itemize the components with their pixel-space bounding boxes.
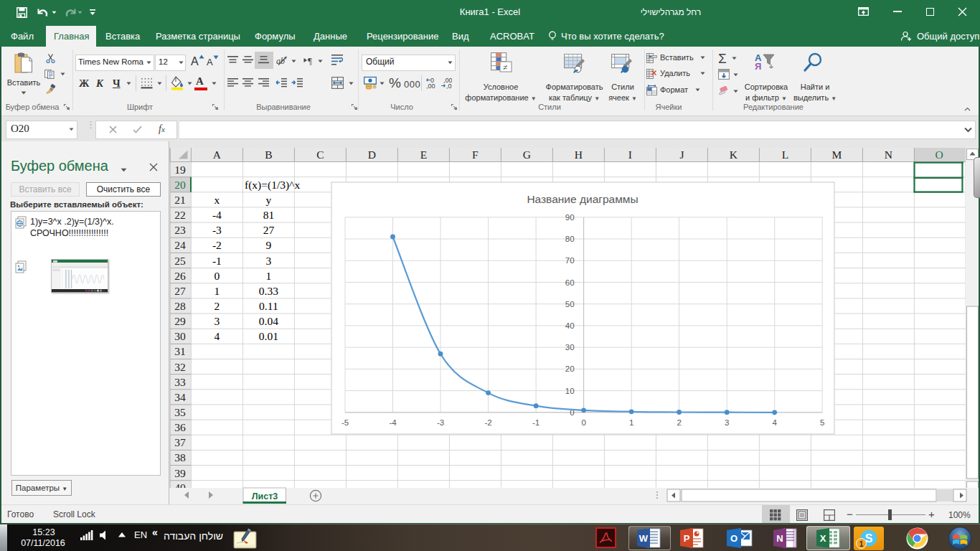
svg-text:19: 19 [174, 164, 186, 176]
svg-text:10: 10 [565, 387, 575, 395]
svg-text:37: 37 [174, 436, 186, 448]
svg-text:y: y [266, 194, 272, 206]
svg-text:40: 40 [565, 321, 575, 330]
svg-text:21: 21 [174, 194, 186, 206]
svg-text:35: 35 [174, 406, 186, 418]
svg-text:0.04: 0.04 [259, 315, 278, 327]
svg-text:4: 4 [215, 330, 220, 342]
svg-text:¶: ¶ [308, 56, 312, 65]
svg-text:20: 20 [565, 364, 575, 373]
svg-text:P: P [684, 533, 690, 544]
svg-text:O: O [936, 149, 943, 161]
svg-text:-4: -4 [212, 209, 222, 221]
svg-text:1: 1 [629, 418, 633, 427]
svg-text:,0: ,0 [446, 83, 452, 89]
svg-text:32: 32 [174, 361, 186, 373]
svg-text:-3: -3 [212, 224, 222, 236]
svg-text:x: x [215, 194, 220, 206]
svg-text:31: 31 [174, 345, 186, 357]
svg-text:36: 36 [174, 421, 186, 433]
svg-text:Название диаграммы: Название диаграммы [527, 193, 638, 205]
svg-text:9: 9 [266, 239, 272, 251]
svg-text:F: F [472, 149, 479, 161]
svg-text:90: 90 [565, 213, 575, 222]
svg-text:N: N [776, 533, 783, 544]
svg-text:33: 33 [174, 376, 186, 388]
svg-text:70: 70 [565, 256, 575, 265]
svg-text:L: L [782, 149, 788, 161]
svg-text:3: 3 [725, 418, 729, 427]
svg-text:O: O [730, 533, 738, 544]
svg-text:ab: ab [276, 56, 285, 66]
svg-text:0.11: 0.11 [259, 300, 278, 312]
svg-text:K: K [730, 149, 738, 161]
svg-text:Лист3: Лист3 [252, 491, 278, 501]
svg-text:3: 3 [215, 315, 220, 327]
svg-text:27: 27 [174, 285, 186, 297]
svg-text:X: X [820, 533, 826, 544]
svg-text:24: 24 [174, 239, 186, 251]
svg-text:D: D [368, 149, 376, 161]
svg-text:5: 5 [820, 418, 824, 427]
svg-text:0.33: 0.33 [259, 285, 278, 297]
svg-text:N: N [885, 149, 892, 161]
svg-text:0: 0 [215, 270, 220, 282]
svg-text:2: 2 [215, 300, 220, 312]
svg-text:30: 30 [174, 330, 186, 342]
svg-text:28: 28 [174, 300, 186, 312]
svg-text:-5: -5 [341, 418, 349, 427]
svg-text:-4: -4 [389, 418, 397, 427]
svg-text:-3: -3 [437, 418, 444, 427]
svg-text:81: 81 [263, 209, 275, 221]
svg-text:G: G [523, 149, 531, 161]
svg-text:1: 1 [859, 540, 864, 548]
svg-text:20: 20 [174, 179, 186, 191]
svg-text:M: M [832, 149, 842, 161]
svg-text:26: 26 [174, 270, 186, 282]
svg-text:50: 50 [565, 300, 575, 309]
svg-text:0.01: 0.01 [259, 330, 278, 342]
svg-text:23: 23 [174, 224, 186, 236]
svg-text:3: 3 [266, 255, 272, 267]
svg-text:2: 2 [677, 418, 681, 427]
svg-text:W: W [639, 533, 649, 544]
svg-text:I: I [628, 149, 632, 161]
svg-text:38: 38 [174, 451, 186, 463]
svg-text:J: J [679, 149, 684, 161]
svg-text:f(x)=(1/3)^x: f(x)=(1/3)^x [245, 179, 300, 192]
svg-text:25: 25 [174, 255, 186, 267]
svg-text:-2: -2 [212, 239, 222, 251]
svg-text:1: 1 [215, 285, 220, 297]
svg-text:29: 29 [174, 315, 186, 327]
svg-text:B: B [265, 149, 272, 161]
svg-text:Я: Я [755, 61, 761, 70]
svg-text:22: 22 [174, 209, 186, 221]
svg-text:A: A [213, 149, 222, 161]
svg-text:34: 34 [174, 391, 186, 403]
svg-text:30: 30 [565, 343, 575, 352]
svg-text:39: 39 [174, 467, 186, 479]
svg-text:0: 0 [581, 418, 585, 427]
svg-text:80: 80 [565, 235, 575, 243]
svg-text:27: 27 [263, 224, 275, 236]
svg-text:-1: -1 [212, 255, 222, 267]
svg-text:1: 1 [266, 270, 272, 282]
svg-text:-1: -1 [532, 418, 540, 427]
svg-text:E: E [420, 149, 427, 161]
svg-text:60: 60 [565, 278, 575, 287]
svg-text:4: 4 [772, 418, 777, 427]
svg-text:C: C [316, 149, 324, 161]
svg-text:H: H [575, 149, 583, 161]
svg-text:≠: ≠ [503, 62, 508, 72]
svg-text:,00: ,00 [426, 83, 435, 89]
svg-text:-2: -2 [484, 418, 491, 427]
